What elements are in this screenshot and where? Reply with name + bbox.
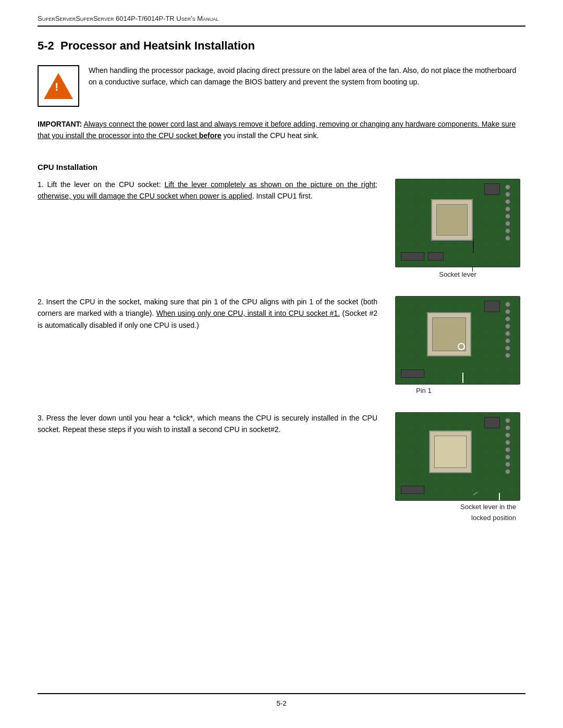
lever-locked [473,491,478,495]
cpu-installation-subtitle: CPU Installation [38,163,525,171]
cap3-5 [505,447,510,452]
warning-triangle-icon [44,73,73,99]
cap2-4 [505,324,510,329]
socket-inner3 [434,436,467,468]
caption-line1 [472,266,473,272]
cap2-6 [505,338,510,343]
cap2-8 [505,353,510,358]
cap8 [505,236,510,241]
page: SuperServerSuperServer 6014P-T/6014P-TR … [0,0,563,728]
step3-image-col: Socket lever in the locked position [390,412,525,522]
step3-caption-line1: Socket lever in the [395,503,520,511]
cap6 [505,221,510,226]
cap7 [505,228,510,233]
step1-row: 1. Lift the lever on the CPU socket: Lif… [38,179,525,278]
pcb-image-3 [395,412,520,501]
page-header: SuperServerSuperServer 6014P-T/6014P-TR … [38,15,525,27]
chip3-1 [484,417,500,428]
chip1 [484,183,500,195]
page-footer: 5-2 [38,693,525,707]
socket2 [427,312,471,356]
important-text-end: you install the CPU heat sink. [222,131,319,140]
step1-image-col: Socket lever [390,179,525,278]
step3-text: 3. Press the lever down until you hear a… [38,412,377,436]
header-smallcaps: SuperServer [38,15,76,22]
cap3 [505,199,510,204]
cap2 [505,192,510,197]
step2-underline: When using only one CPU, install it into… [156,309,340,317]
socket1 [431,199,473,241]
step2-caption-container: Pin 1 [395,385,520,394]
cap5 [505,214,510,219]
pin-arrow [462,373,463,383]
step1-text: 1. Lift the lever on the CPU socket: Lif… [38,179,377,202]
step1-end: . Install CPU1 first. [252,192,313,200]
warning-box: When handling the processor package, avo… [38,65,525,107]
cap3-1 [505,418,510,423]
cap2-3 [505,316,510,322]
socket3 [429,430,472,473]
cap3-3 [505,433,510,438]
cap1 [505,184,510,190]
header-text: SuperServer 6014P-T/6014P-TR User's Manu… [76,15,218,22]
warning-icon-box [38,65,79,107]
cap2-2 [505,309,510,314]
step1-caption: Socket lever [395,270,520,278]
cap3-4 [505,440,510,445]
step2-row: 2. Insert the CPU in the socket, making … [38,296,525,394]
important-bold-word: before [199,131,222,140]
cap2-1 [505,302,510,307]
pcb-image-1 [395,179,520,267]
cap3-8 [505,469,510,474]
step3-row: 3. Press the lever down until you hear a… [38,412,525,522]
step2-caption: Pin 1 [395,387,520,394]
cap4 [505,206,510,212]
lever-caption-line [499,493,500,500]
section-title: 5-2 Processor and Heatsink Installation [38,39,525,53]
warning-text: When handling the processor package, avo… [89,65,525,88]
step3-caption-container: Socket lever in the locked position [395,501,520,522]
step3-plain: 3. Press the lever down until you hear a… [38,414,377,434]
step3-caption-line2: locked position [395,514,520,522]
chip3-2 [401,486,424,494]
chip3 [428,252,444,261]
cap3-2 [505,425,510,430]
cap3-7 [505,462,510,467]
step2-text: 2. Insert the CPU in the socket, making … [38,296,377,331]
step2-image-col: Pin 1 [390,296,525,394]
chip2 [401,252,424,261]
pcb-image-2 [395,296,520,385]
cap2-5 [505,331,510,336]
lever-line1 [473,239,474,253]
cap2-7 [505,346,510,351]
step1-caption-container: Socket lever [395,267,520,278]
socket-inner1 [436,204,468,236]
cap3-6 [505,454,510,460]
step1-plain: 1. Lift the lever on the CPU socket: [38,180,164,189]
page-number: 5-2 [277,699,287,707]
important-block: IMPORTANT: Always connect the power cord… [38,118,525,142]
chip2-1 [484,301,500,312]
chip2-2 [401,369,424,378]
pin1-circle [458,343,465,350]
important-label: IMPORTANT: [38,120,82,128]
